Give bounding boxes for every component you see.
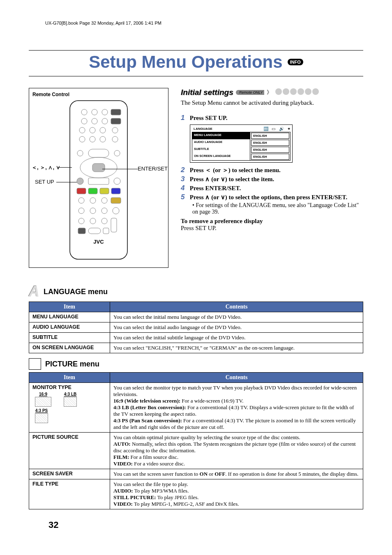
- remote-control-panel: Remote Control: [29, 88, 168, 268]
- rc-label-setup: SET UP: [35, 179, 54, 185]
- table-row: AUDIO LANGUAGEYou can select the initial…: [29, 322, 363, 333]
- remove-preference-body: Press SET UP.: [181, 225, 363, 232]
- step-4: 4 Press ENTER/SET.: [181, 184, 363, 192]
- svg-rect-32: [111, 198, 121, 203]
- svg-rect-18: [88, 149, 109, 157]
- svg-point-9: [79, 127, 85, 133]
- svg-rect-21: [92, 164, 105, 172]
- svg-point-24: [114, 178, 120, 184]
- initial-settings-title: Initial settings: [181, 88, 233, 97]
- remote-control-title: Remote Control: [32, 92, 165, 97]
- svg-point-39: [101, 218, 107, 224]
- svg-point-33: [78, 208, 84, 214]
- osd-language-mockup: LANGUAGE 🔤 ▭ 🔊 ✦ MENU LANGUAGEENGLISH AU…: [190, 124, 293, 163]
- svg-rect-4: [111, 109, 121, 115]
- svg-text:JVC: JVC: [93, 239, 104, 245]
- language-menu-table: ItemContents MENU LANGUAGEYou can select…: [29, 302, 363, 353]
- intro-text: The Setup Menu cannot be activated durin…: [181, 99, 363, 106]
- rc-label-enter: ENTER/SET: [138, 166, 168, 172]
- osd-row: SUBTITLEENGLISH: [192, 146, 290, 153]
- info-badge-icon: INFO: [288, 59, 303, 65]
- svg-rect-25: [77, 188, 86, 194]
- table-row: PICTURE SOURCE You can obtain optimal pi…: [29, 433, 363, 469]
- svg-point-36: [113, 207, 119, 214]
- svg-point-15: [100, 136, 106, 142]
- svg-point-29: [78, 198, 84, 203]
- step-1: 1 Press SET UP.: [181, 114, 363, 122]
- svg-point-35: [101, 208, 107, 214]
- svg-rect-43: [103, 228, 109, 234]
- svg-point-13: [79, 136, 85, 142]
- svg-point-1: [81, 109, 87, 115]
- picture-menu-title: PICTURE menu: [45, 360, 99, 368]
- osd-row: AUDIO LANGUAGEENGLISH: [192, 139, 290, 146]
- page-number: 32: [48, 520, 58, 530]
- svg-rect-27: [100, 188, 109, 194]
- osd-row: ON SCREEN LANGUAGEENGLISH: [192, 153, 290, 160]
- svg-point-5: [81, 118, 87, 124]
- svg-rect-41: [78, 228, 85, 234]
- svg-point-16: [112, 136, 118, 142]
- rc-label-arrows: ＜, ＞, ∧, ∨: [32, 164, 60, 171]
- book-header-meta: UX-G70[B].book Page 32 Monday, April 17,…: [45, 21, 363, 25]
- svg-point-19: [114, 150, 120, 156]
- th-contents: Contents: [110, 373, 363, 383]
- svg-rect-40: [111, 218, 117, 232]
- svg-point-31: [101, 198, 107, 203]
- svg-point-2: [92, 109, 97, 115]
- table-row: FILE TYPE You can select the file type t…: [29, 479, 363, 509]
- svg-rect-23: [88, 178, 109, 184]
- table-row: SCREEN SAVER You can set the screen save…: [29, 469, 363, 479]
- remote-illustration: JVC: [68, 100, 129, 260]
- table-row: MENU LANGUAGEYou can select the initial …: [29, 312, 363, 322]
- remote-only-badge: Remote ONLY: [236, 90, 265, 95]
- picture-menu-header: PICTURE menu: [29, 358, 363, 370]
- step-5-note: • For settings of the LANGUAGE menu, see…: [192, 202, 363, 215]
- th-item: Item: [29, 302, 110, 312]
- monitor-type-diagrams: 16:9 4:3 LB 4:3 PS: [32, 392, 106, 424]
- th-item: Item: [29, 373, 110, 383]
- svg-rect-28: [111, 188, 120, 194]
- svg-point-10: [90, 127, 95, 133]
- svg-point-22: [77, 178, 83, 184]
- step-3: 3 Press ∧ (or ∨) to select the item.: [181, 175, 363, 183]
- svg-point-34: [90, 208, 96, 214]
- svg-point-14: [90, 136, 95, 142]
- svg-point-3: [102, 109, 108, 115]
- decorative-dots-icon: [274, 88, 319, 97]
- svg-point-30: [90, 198, 96, 203]
- language-menu-header: A LANGUAGE menu: [29, 284, 363, 299]
- svg-point-17: [77, 150, 83, 156]
- svg-rect-8: [111, 118, 121, 124]
- th-contents: Contents: [110, 302, 363, 312]
- language-letter-icon: A: [29, 284, 39, 299]
- title-bar: Setup Menu Operations INFO: [29, 50, 363, 76]
- picture-menu-table: ItemContents MONITOR TYPE 16:9 4:3 LB 4:…: [29, 372, 363, 509]
- svg-point-7: [102, 118, 108, 124]
- osd-row: MENU LANGUAGEENGLISH: [192, 132, 290, 139]
- osd-title: LANGUAGE: [194, 127, 212, 131]
- table-row: SUBTITLEYou can select the initial subti…: [29, 333, 363, 343]
- step-2: 2 Press ＜ (or ＞) to select the menu.: [181, 166, 363, 174]
- table-row: MONITOR TYPE 16:9 4:3 LB 4:3 PS You can …: [29, 383, 363, 433]
- svg-point-11: [100, 127, 106, 133]
- remove-preference-header: To remove a preference display: [181, 218, 363, 225]
- svg-point-12: [112, 127, 118, 133]
- picture-box-icon: [29, 358, 41, 370]
- svg-rect-42: [88, 228, 101, 234]
- svg-point-6: [92, 118, 97, 124]
- table-row: ON SCREEN LANGUAGEYou can select "ENGLIS…: [29, 343, 363, 353]
- step-5: 5 Press ∧ (or ∨) to select the options, …: [181, 193, 363, 201]
- page-title: Setup Menu Operations: [89, 52, 282, 72]
- svg-rect-26: [88, 188, 97, 194]
- language-menu-title: LANGUAGE menu: [44, 288, 108, 296]
- svg-point-37: [78, 218, 84, 224]
- osd-tab-icons: 🔤 ▭ 🔊 ✦: [263, 127, 291, 131]
- svg-point-38: [90, 218, 96, 224]
- initial-settings-header: Initial settings Remote ONLY 》: [181, 88, 363, 97]
